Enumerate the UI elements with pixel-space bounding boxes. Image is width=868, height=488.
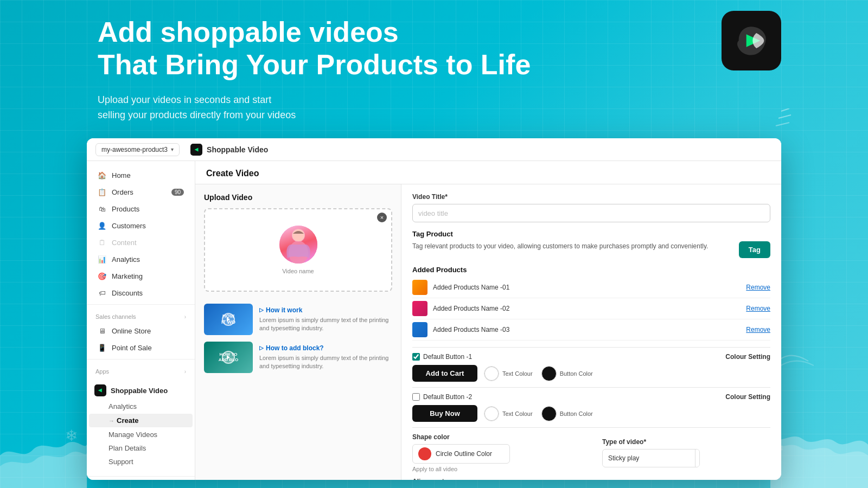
sidebar-item-support[interactable]: Support	[87, 455, 195, 468]
wave-right	[770, 418, 868, 488]
sidebar-item-shoppable-create[interactable]: → Create	[89, 414, 193, 427]
button-2-controls-row: Buy Now Text Colour Button Color	[412, 405, 770, 422]
button-2-checkbox[interactable]	[412, 393, 420, 401]
button-2-text-colour: Text Colour	[484, 406, 533, 421]
sidebar-item-home[interactable]: 🏠 Home	[89, 167, 193, 183]
page-title: Create Video	[206, 169, 259, 178]
store-selector[interactable]: my-awesome-product3 ▾	[95, 143, 180, 156]
sidebar-orders-label: Orders	[112, 188, 133, 196]
app-header-icon	[190, 144, 202, 156]
buy-now-button[interactable]: Buy Now	[412, 405, 477, 422]
sidebar-item-online-store[interactable]: 🖥 Online Store	[89, 323, 193, 339]
list-item: Added Products Name -02 Remove	[412, 298, 770, 319]
list-item: HOW TOADD BLO ▷	[204, 338, 392, 376]
sidebar-item-marketing[interactable]: 🎯 Marketing	[89, 268, 193, 284]
sidebar-item-discounts[interactable]: 🏷 Discounts	[89, 285, 193, 301]
play-circle-icon-2	[222, 351, 235, 364]
sidebar-marketing-label: Marketing	[112, 272, 143, 280]
app-header-brand: Shoppable Video	[190, 144, 268, 156]
list-item: HOWIT WO ▷	[204, 300, 392, 338]
divider-1	[412, 347, 770, 348]
sidebar-item-customers[interactable]: 👤 Customers	[89, 217, 193, 234]
tag-product-row: Tag relevant products to your video, all…	[412, 241, 770, 258]
sidebar-pos-label: Point of Sale	[112, 344, 152, 352]
svg-line-2	[776, 123, 789, 126]
button-2-button-colour: Button Color	[541, 406, 593, 421]
button-2-checkbox-label: Default Button -2	[412, 393, 472, 401]
upload-close-icon[interactable]: ×	[377, 213, 387, 222]
product-name-2: Added Products Name -02	[433, 305, 741, 312]
upload-avatar	[279, 226, 317, 264]
marketing-icon: 🎯	[98, 272, 106, 280]
sidebar-item-products[interactable]: 🛍 Products	[89, 201, 193, 217]
analytics-icon: 📊	[98, 255, 106, 264]
tag-button[interactable]: Tag	[739, 241, 770, 258]
apply-all-label: Apply to all video	[412, 466, 580, 472]
button-2-colour-setting-label: Colour Setting	[725, 393, 770, 401]
button-1-button-colour: Button Color	[541, 366, 593, 381]
product-dot-3	[412, 322, 427, 337]
sidebar-home-label: Home	[112, 171, 131, 179]
remove-product-2-button[interactable]: Remove	[746, 305, 770, 312]
sidebar-item-analytics[interactable]: 📊 Analytics	[89, 251, 193, 267]
video-title-input[interactable]	[412, 204, 770, 222]
sidebar-item-plan-details[interactable]: Plan Details	[87, 441, 195, 455]
online-store-icon: 🖥	[98, 326, 106, 335]
button-1-checkbox[interactable]	[412, 353, 420, 361]
button-1-text-colour-circle[interactable]	[484, 366, 499, 381]
sidebar-products-label: Products	[112, 205, 139, 213]
products-icon: 🛍	[98, 204, 106, 213]
sidebar: 🏠 Home 📋 Orders 90 🛍 Products 👤 Customer…	[87, 161, 195, 480]
video-play-overlay-2	[204, 342, 253, 373]
upload-dropzone[interactable]: × Video name	[204, 208, 392, 292]
avatar-figure	[279, 226, 317, 264]
video-thumbnail-1: HOWIT WO	[204, 304, 253, 335]
sidebar-item-content: 🗒 Content	[89, 234, 193, 251]
shoppable-brand-icon	[94, 384, 106, 396]
button-1-config: Default Button -1 Colour Setting Add to …	[412, 353, 770, 382]
sales-channels-section: Sales channels ›	[87, 308, 195, 322]
content-icon: 🗒	[98, 238, 106, 247]
hero-title: Add shoppable videos That Bring Your Pro…	[98, 16, 531, 81]
main-content: Upload Video	[195, 184, 781, 480]
sidebar-item-manage-videos[interactable]: Manage Videos	[87, 428, 195, 441]
button-2-config: Default Button -2 Colour Setting Buy Now…	[412, 393, 770, 422]
snowflake-deco-left: ❄	[65, 427, 78, 445]
sidebar-item-orders[interactable]: 📋 Orders 90	[89, 184, 193, 200]
video-type-select[interactable]: ▲	[602, 449, 700, 467]
video-link-1[interactable]: ▷ How it work	[259, 306, 392, 314]
video-list: HOWIT WO ▷	[204, 300, 392, 376]
hero-description: Upload your videos in seconds and start …	[98, 92, 531, 124]
video-type-section: Type of video* ▲	[602, 438, 770, 467]
video-desc-1: Lorem ipsum is simply dummy text of the …	[259, 316, 392, 333]
video-type-arrow-icon[interactable]: ▲	[695, 450, 700, 467]
decorative-lines	[760, 108, 792, 138]
tag-product-title: Tag Product	[412, 230, 770, 238]
button-1-text-colour: Text Colour	[484, 366, 533, 381]
video-play-overlay-1	[204, 304, 253, 335]
video-link-2[interactable]: ▷ How to add block?	[259, 344, 392, 352]
button-2-button-colour-circle[interactable]	[541, 406, 557, 421]
button-2-text-colour-circle[interactable]	[484, 406, 499, 421]
home-icon: 🏠	[98, 171, 106, 179]
app-logo-badge	[722, 11, 781, 70]
sidebar-online-store-label: Online Store	[112, 327, 151, 335]
sidebar-divider-3	[87, 476, 195, 477]
right-panel: Video Title* Tag Product Tag relevant pr…	[401, 184, 781, 480]
button-1-header-row: Default Button -1 Colour Setting	[412, 353, 770, 361]
circle-outline-color-button[interactable]: Circle Outline Color	[412, 444, 510, 464]
upload-section-title: Upload Video	[204, 193, 392, 202]
remove-product-3-button[interactable]: Remove	[746, 326, 770, 333]
left-panel: Upload Video	[195, 184, 401, 480]
sidebar-item-shoppable-analytics[interactable]: Analytics	[87, 400, 195, 413]
video-type-input[interactable]	[603, 451, 695, 465]
tag-product-desc: Tag relevant products to your video, all…	[412, 241, 732, 251]
shoppable-brand: Shoppable Video	[87, 381, 195, 400]
button-1-controls-row: Add to Cart Text Colour Button Color	[412, 365, 770, 382]
button-1-button-colour-circle[interactable]	[541, 366, 557, 381]
product-dot-1	[412, 280, 427, 295]
app-header-title: Shoppable Video	[207, 145, 268, 154]
sidebar-item-point-of-sale[interactable]: 📱 Point of Sale	[89, 339, 193, 356]
add-to-cart-button[interactable]: Add to Cart	[412, 365, 477, 382]
remove-product-1-button[interactable]: Remove	[746, 284, 770, 291]
